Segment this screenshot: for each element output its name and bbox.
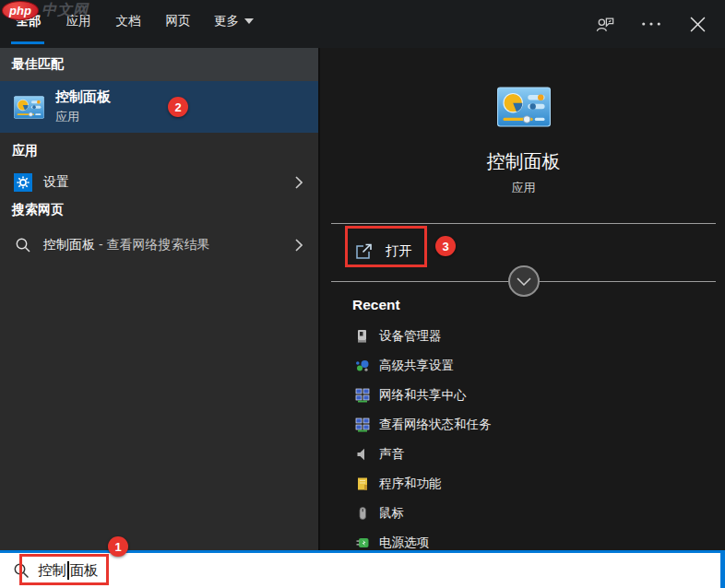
- search-input-value[interactable]: 控制面板: [38, 561, 99, 581]
- annotation-badge-2: 2: [168, 97, 188, 117]
- control-panel-icon-large: [497, 87, 551, 127]
- chevron-right-icon: [295, 176, 303, 193]
- recent-item-mouse[interactable]: 鼠标: [320, 499, 725, 528]
- text-caret: [67, 561, 69, 580]
- recent-item-label: 电源选项: [379, 535, 429, 551]
- programs-features-icon: [354, 476, 370, 492]
- active-tab-indicator: [11, 41, 44, 44]
- search-icon: [14, 236, 32, 254]
- recent-item-label: 网络和共享中心: [379, 387, 467, 404]
- recent-header: Recent: [352, 297, 400, 313]
- tab-label: 网页: [166, 14, 191, 28]
- search-text-after-caret: 面板: [70, 561, 99, 581]
- device-manager-icon: [354, 329, 370, 345]
- php-logo: php: [2, 1, 39, 20]
- tab-more[interactable]: 更多: [214, 13, 254, 29]
- sharing-settings-icon: [354, 359, 370, 374]
- web-section-header: 搜索网页: [12, 201, 64, 219]
- results-panel: 最佳匹配 控制面板 应用 应用 设置: [0, 48, 318, 550]
- app-title: 控制面板: [320, 149, 725, 174]
- tab-label: 更多: [214, 13, 239, 29]
- tab-documents[interactable]: 文档: [114, 13, 142, 29]
- network-status-icon: [354, 417, 370, 433]
- recent-item-device-manager[interactable]: 设备管理器: [320, 322, 725, 351]
- recent-item-label: 声音: [379, 446, 404, 463]
- recent-item-label: 查看网络状态和任务: [379, 417, 492, 433]
- best-match-result[interactable]: 控制面板 应用: [0, 81, 318, 133]
- divider: [331, 223, 716, 224]
- recent-item-label: 鼠标: [379, 505, 404, 522]
- recent-item-sharing-settings[interactable]: 高级共享设置: [320, 351, 725, 381]
- recent-item-label: 设备管理器: [379, 328, 442, 345]
- more-options-icon[interactable]: [640, 13, 662, 35]
- tab-label: 文档: [116, 14, 141, 28]
- chevron-right-icon: [295, 239, 303, 255]
- site-name: 中文网: [42, 1, 89, 20]
- app-subtitle: 应用: [320, 180, 725, 196]
- recent-item-network-center[interactable]: 网络和共享中心: [320, 381, 725, 410]
- web-search-query: 控制面板: [43, 237, 95, 252]
- annotation-badge-3: 3: [435, 236, 456, 256]
- php-cn-watermark: php 中文网: [2, 1, 89, 20]
- settings-gear-icon: [14, 173, 32, 192]
- result-web-search[interactable]: 控制面板 - 查看网络搜索结果: [0, 229, 318, 262]
- feedback-icon[interactable]: [594, 13, 616, 35]
- search-text-before-caret: 控制: [38, 561, 66, 581]
- recent-item-sound[interactable]: 声音: [320, 440, 725, 469]
- search-flyout-window: 全部 应用 文档 网页 更多 ph: [0, 0, 725, 588]
- search-icon: [13, 562, 30, 579]
- best-match-subtitle: 应用: [55, 109, 111, 125]
- open-button[interactable]: 打开: [348, 229, 412, 273]
- power-options-icon: [354, 535, 370, 551]
- recent-item-label: 高级共享设置: [379, 358, 454, 374]
- result-settings[interactable]: 设置: [0, 166, 318, 199]
- settings-label: 设置: [43, 174, 69, 191]
- chevron-down-icon[interactable]: [508, 265, 540, 297]
- network-center-icon: [354, 388, 370, 404]
- detail-panel: 控制面板 应用 打开 Recent 设备管理器: [318, 48, 725, 550]
- recent-item-label: 程序和功能: [379, 476, 442, 492]
- best-match-title: 控制面板: [55, 88, 111, 106]
- apps-section-header: 应用: [12, 142, 38, 160]
- dropdown-caret-icon: [244, 18, 254, 24]
- web-search-suffix: - 查看网络搜索结果: [95, 237, 209, 252]
- annotation-badge-1: 1: [108, 536, 128, 557]
- sound-icon: [354, 447, 370, 463]
- close-icon[interactable]: [686, 13, 708, 35]
- tab-web[interactable]: 网页: [164, 13, 192, 29]
- best-match-header: 最佳匹配: [0, 48, 318, 81]
- recent-item-network-status[interactable]: 查看网络状态和任务: [320, 410, 725, 440]
- mouse-icon: [354, 506, 370, 522]
- recent-list: 设备管理器 高级共享设置 网络和共享中心 查看网络状态和任务: [320, 322, 725, 558]
- taskbar-search-box[interactable]: 控制面板: [0, 550, 725, 588]
- recent-item-programs-features[interactable]: 程序和功能: [320, 469, 725, 499]
- control-panel-icon: [14, 96, 44, 119]
- search-tabs-bar: 全部 应用 文档 网页 更多: [0, 0, 725, 48]
- open-external-icon: [355, 242, 373, 260]
- open-button-label: 打开: [386, 242, 412, 260]
